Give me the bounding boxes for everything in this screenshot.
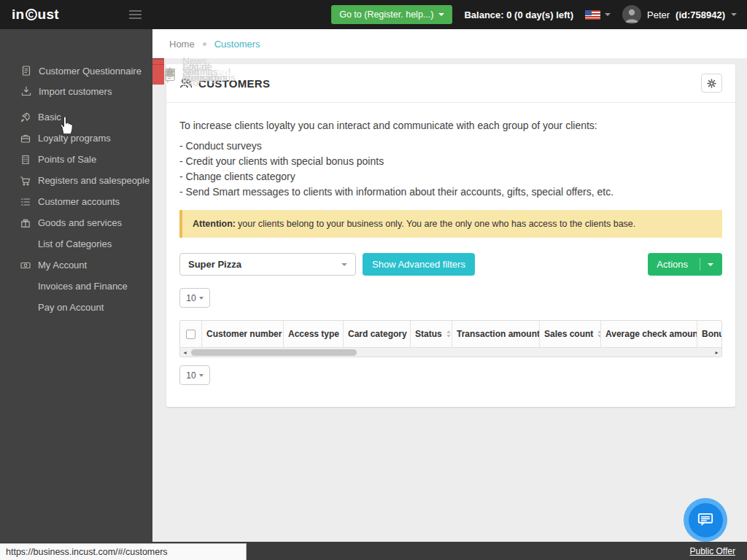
chevron-down-icon <box>605 13 611 16</box>
customers-card: CUSTOMERS To increase clients loyalty yo… <box>166 64 735 407</box>
header-right-group: Go to (Register. help...) Balance: 0 (0 … <box>331 5 747 24</box>
column-header-label: Average check amount <box>605 329 697 339</box>
rocket-icon <box>20 112 31 123</box>
public-offer-link[interactable]: Public Offer <box>690 546 735 556</box>
document-icon <box>20 65 32 77</box>
sidebar-item-settings[interactable]: Settings <box>152 58 164 85</box>
show-advanced-filters-button[interactable]: Show Advanced filters <box>363 253 475 276</box>
column-header-transaction-amount[interactable]: Transaction amount <box>452 321 540 347</box>
card-body: To increase clients loyalty you can inte… <box>166 120 735 385</box>
sidebar-item-customer-questionnaire[interactable]: Customer Questionnaire <box>0 61 152 81</box>
sort-icon <box>446 330 452 338</box>
sidebar-item-my-account[interactable]: My Account <box>0 254 152 276</box>
column-header-label: Transaction amount <box>457 329 540 339</box>
horizontal-scrollbar[interactable]: ◂ ▸ <box>180 347 721 357</box>
page-size-value: 10 <box>186 293 196 303</box>
chevron-down-icon <box>438 13 444 16</box>
bullet-line: - Conduct surveys <box>179 139 722 154</box>
gear-icon <box>164 66 176 78</box>
bullet-list: - Conduct surveys- Credit your clients w… <box>179 139 722 200</box>
goto-button[interactable]: Go to (Register. help...) <box>331 5 452 24</box>
column-header-customer-number[interactable]: Customer number <box>202 321 284 347</box>
sidebar-item-label: Pay on Account <box>38 302 104 313</box>
goto-button-label: Go to (Register. help...) <box>339 9 433 20</box>
business-select-value: Super Pizza <box>188 259 241 270</box>
user-name: Peter <box>647 9 670 20</box>
bullet-line: - Send Smart messages to clients with in… <box>179 184 722 200</box>
scrollbar-thumb[interactable] <box>191 349 357 356</box>
sidebar-item-label: Registers and salespeople <box>38 175 150 186</box>
column-header-average-check-amount[interactable]: Average check amount <box>601 321 697 347</box>
balance-text: Balance: 0 (0 day(s) left) <box>464 9 573 20</box>
sidebar-item-label: Customer Questionnaire <box>39 66 142 77</box>
column-header-card-category[interactable]: Card category <box>344 321 411 347</box>
gear-icon <box>706 78 717 89</box>
sidebar-item-label: Customer accounts <box>38 196 120 207</box>
column-header-status[interactable]: Status <box>411 321 452 347</box>
sidebar-item-import-customers[interactable]: Import customers <box>0 81 152 101</box>
sidebar-item-label: Points of Sale <box>38 154 96 165</box>
business-select[interactable]: Super Pizza <box>179 253 356 276</box>
gift-icon <box>20 217 31 229</box>
table-settings-button[interactable] <box>701 74 722 93</box>
app-logo[interactable]: inCust <box>12 7 59 23</box>
briefcase-icon <box>20 133 31 144</box>
import-icon <box>20 85 32 97</box>
column-header-label: Sales count <box>544 329 593 339</box>
column-header-label: Access type <box>288 329 339 339</box>
sidebar-item-label: Goods and services <box>38 217 122 228</box>
us-flag-icon <box>585 10 600 20</box>
page-size-value: 10 <box>186 370 196 381</box>
sidebar-item-goods-and-services[interactable]: Goods and services <box>0 212 152 233</box>
sidebar-item-label: Settings <box>182 66 218 77</box>
breadcrumb-home[interactable]: Home <box>169 39 195 50</box>
sidebar-item-basic[interactable]: Basic <box>0 106 152 128</box>
page-size-select-bottom[interactable]: 10 <box>179 365 210 385</box>
money-icon <box>20 260 31 271</box>
sidebar-item-customer-accounts[interactable]: Customer accounts <box>0 191 152 212</box>
attention-label: Attention: <box>193 219 236 229</box>
card-header: CUSTOMERS <box>166 64 735 103</box>
scroll-left-icon[interactable]: ◂ <box>181 348 189 357</box>
top-header: inCust Go to (Register. help...) Balance… <box>0 0 747 29</box>
sidebar-item-pay-on-account[interactable]: Pay on Account <box>0 297 152 318</box>
language-selector[interactable] <box>585 10 611 20</box>
avatar <box>622 5 641 24</box>
logo-c-icon: C <box>26 9 37 20</box>
user-menu[interactable]: Peter (id:758942) <box>622 5 737 24</box>
select-all-checkbox[interactable] <box>186 330 196 339</box>
sidebar-item-loyalty-programs[interactable]: Loyalty programs <box>0 128 152 149</box>
sidebar-item-label: Invoices and Finance <box>38 281 128 292</box>
column-header-bonus[interactable]: Bonus <box>697 321 722 347</box>
sidebar: DashboardLog of transactionsCustomersCus… <box>0 29 152 560</box>
customers-table: Customer numberAccess typeCard categoryS… <box>179 320 722 357</box>
column-header-label: Card category <box>348 329 407 339</box>
attention-banner: Attention:your clients belong to your bu… <box>179 210 722 238</box>
column-header-access-type[interactable]: Access type <box>284 321 344 347</box>
table-header-row: Customer numberAccess typeCard categoryS… <box>180 321 721 347</box>
bullet-line: - Credit your clients with special bonus… <box>179 154 722 169</box>
page-size-select-top[interactable]: 10 <box>179 288 210 308</box>
actions-button[interactable]: Actions <box>648 253 722 276</box>
menu-toggle-icon[interactable] <box>126 5 144 24</box>
sidebar-item-registers-and-salespeople[interactable]: Registers and salespeople <box>0 170 152 191</box>
bullet-line: - Change clients category <box>179 169 722 184</box>
sidebar-item-label: Import customers <box>39 86 112 97</box>
chat-widget-button[interactable] <box>684 498 727 542</box>
list-icon <box>20 196 31 208</box>
content-area: CUSTOMERS To increase clients loyalty yo… <box>152 64 747 560</box>
chat-icon <box>689 503 723 537</box>
table-header-checkbox-cell <box>180 321 202 347</box>
button-divider <box>700 258 700 271</box>
sidebar-item-list-of-categories[interactable]: List of Categories <box>0 233 152 254</box>
chevron-down-icon <box>199 374 204 377</box>
column-header-sales-count[interactable]: Sales count <box>540 321 601 347</box>
chevron-down-icon <box>199 297 204 300</box>
app-root: inCust Go to (Register. help...) Balance… <box>0 0 747 560</box>
sidebar-item-points-of-sale[interactable]: Points of Sale <box>0 149 152 170</box>
building-icon <box>20 154 31 166</box>
scroll-right-icon[interactable]: ▸ <box>713 348 721 357</box>
breadcrumb-current[interactable]: Customers <box>214 39 260 50</box>
breadcrumb: Home Customers <box>152 29 747 58</box>
sidebar-item-invoices-and-finance[interactable]: Invoices and Finance <box>0 276 152 297</box>
